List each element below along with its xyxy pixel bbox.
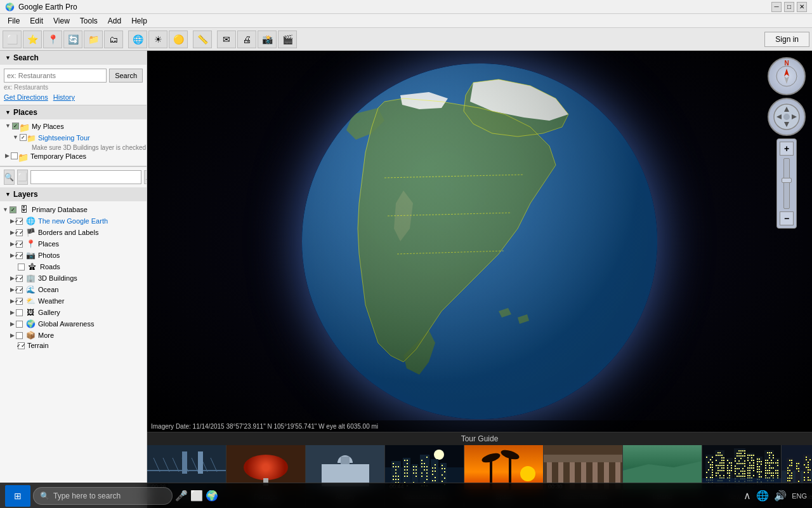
places-layer-check[interactable]: ✓ xyxy=(16,241,23,248)
toolbar-email[interactable]: ✉ xyxy=(217,30,236,48)
global-awareness-check[interactable] xyxy=(16,321,23,328)
toolbar-sidebar-toggle[interactable]: ⬜ xyxy=(3,30,22,48)
borders-check[interactable]: ✓ xyxy=(16,229,23,236)
taskbar-search-text: Type here to search xyxy=(53,491,121,500)
taskbar-microphone-icon[interactable]: 🎤 xyxy=(175,490,188,502)
search-tool-btn[interactable]: 🔍 xyxy=(4,170,15,185)
taskbar-task-view-icon[interactable]: ⬜ xyxy=(190,490,203,502)
globe[interactable] xyxy=(302,64,657,419)
more-row[interactable]: ▶ 📦 More xyxy=(0,330,147,341)
temporary-places-row[interactable]: ▶ 📁 Temporary Places xyxy=(0,152,147,163)
photos-row[interactable]: ▶ ✓ 📷 Photos xyxy=(0,250,147,261)
buildings-label: 3D Buildings xyxy=(38,274,77,282)
search-button[interactable]: Search xyxy=(109,69,143,83)
ocean-row[interactable]: ▶ ✓ 🌊 Ocean xyxy=(0,284,147,295)
roads-row[interactable]: 🛣 Roads xyxy=(0,261,147,272)
toolbar-earth[interactable]: 🌐 xyxy=(128,30,147,48)
get-directions-link[interactable]: Get Directions xyxy=(4,93,48,101)
buildings-row[interactable]: ▶ ✓ 🏢 3D Buildings xyxy=(0,272,147,284)
ocean-check[interactable]: ✓ xyxy=(16,286,23,293)
taskbar-network-icon[interactable]: 🌐 xyxy=(756,490,769,502)
search-input-row: Search xyxy=(4,69,143,83)
terrain-row[interactable]: ✓ Terrain xyxy=(0,341,147,350)
taskbar-search[interactable]: 🔍 Type here to search xyxy=(33,487,173,505)
roads-check[interactable] xyxy=(18,264,25,271)
toolbar-placemark[interactable]: ⭐ xyxy=(23,30,42,48)
sightseeing-checkbox[interactable]: ✓ xyxy=(20,134,27,141)
pan-svg xyxy=(773,103,801,131)
history-link[interactable]: History xyxy=(53,93,75,101)
search-section: ▼ Search Search ex: Restaurants Get Dire… xyxy=(0,51,147,105)
toolbar-screenshot[interactable]: 📸 xyxy=(258,30,277,48)
weather-row[interactable]: ▶ ✓ ⛅ Weather xyxy=(0,295,147,307)
borders-row[interactable]: ▶ ✓ 🏴 Borders and Labels xyxy=(0,227,147,238)
new-earth-row[interactable]: ▶ ✓ 🌐 The new Google Earth xyxy=(0,215,147,227)
search-header[interactable]: ▼ Search xyxy=(0,51,147,65)
search-box-small[interactable] xyxy=(30,170,141,184)
primary-db-check[interactable]: ✓ xyxy=(10,206,16,213)
globe-container[interactable] xyxy=(147,51,812,432)
zoom-slider-thumb[interactable] xyxy=(782,178,792,183)
toolbar-path[interactable]: 🔄 xyxy=(63,30,82,48)
taskbar-earth-icon[interactable]: 🌍 xyxy=(206,490,218,502)
maximize-button[interactable]: □ xyxy=(784,2,794,12)
taskbar-chevron-icon[interactable]: ∧ xyxy=(743,490,751,502)
ocean-label: Ocean xyxy=(38,286,58,293)
pan-control[interactable] xyxy=(768,98,806,136)
zoom-in-button[interactable]: + xyxy=(780,142,794,156)
places-layer-row[interactable]: ▶ ✓ 📍 Places xyxy=(0,238,147,250)
new-earth-label[interactable]: The new Google Earth xyxy=(38,217,108,225)
search-chevron: ▼ xyxy=(5,55,11,61)
taskbar-volume-icon[interactable]: 🔊 xyxy=(774,490,787,502)
title-bar-left: 🌍 Google Earth Pro xyxy=(5,3,77,11)
menu-help[interactable]: Help xyxy=(126,15,152,27)
zoom-slider-track[interactable] xyxy=(783,158,790,209)
photos-check[interactable]: ✓ xyxy=(16,252,23,259)
toolbar-folder[interactable]: 📁 xyxy=(84,30,103,48)
menu-add[interactable]: Add xyxy=(103,15,126,27)
toolbar-polygon[interactable]: 📍 xyxy=(43,30,62,48)
menu-file[interactable]: File xyxy=(3,15,25,27)
menu-edit[interactable]: Edit xyxy=(25,15,48,27)
tour-guide-title: Tour Guide xyxy=(147,432,812,445)
layers-tool-btn[interactable]: ⬜ xyxy=(17,170,28,185)
layers-header[interactable]: ▼ Layers xyxy=(0,187,147,201)
new-earth-check[interactable]: ✓ xyxy=(16,218,23,225)
my-places-checkbox[interactable]: ✓ xyxy=(12,123,19,130)
global-awareness-row[interactable]: ▶ 🌍 Global Awareness xyxy=(0,318,147,330)
toolbar-tour[interactable]: 🟡 xyxy=(169,30,188,48)
toolbar-ruler[interactable]: 📏 xyxy=(193,30,212,48)
map-area[interactable]: N + xyxy=(147,51,812,508)
svg-marker-4 xyxy=(784,76,789,84)
more-check[interactable] xyxy=(16,332,23,339)
minimize-button[interactable]: ─ xyxy=(771,2,782,12)
buildings-check[interactable]: ✓ xyxy=(16,275,23,282)
toolbar-sky[interactable]: ☀ xyxy=(148,30,167,48)
places-header[interactable]: ▼ Places xyxy=(0,105,147,119)
zoom-control: + − xyxy=(776,138,797,229)
my-places-label: My Places xyxy=(32,123,64,130)
more-label: More xyxy=(38,331,54,339)
menu-view[interactable]: View xyxy=(48,15,75,27)
primary-db-label: Primary Database xyxy=(32,206,88,213)
compass[interactable]: N xyxy=(768,57,806,95)
toolbar-movie[interactable]: 🎬 xyxy=(278,30,297,48)
terrain-check[interactable]: ✓ xyxy=(18,342,25,349)
close-button[interactable]: ✕ xyxy=(797,2,807,12)
toolbar-overlay[interactable]: 🗂 xyxy=(104,30,123,48)
temporary-checkbox[interactable] xyxy=(11,152,18,159)
weather-check[interactable]: ✓ xyxy=(16,298,23,305)
primary-db-row[interactable]: ▼ ✓ 🗄 Primary Database xyxy=(0,204,147,215)
sightseeing-label[interactable]: Sightseeing Tour xyxy=(38,134,90,142)
compass-n-label: N xyxy=(784,60,789,67)
sightseeing-row[interactable]: ▼ ✓ 📁 Sightseeing Tour xyxy=(0,133,147,144)
gallery-check[interactable] xyxy=(16,309,23,316)
zoom-out-button[interactable]: − xyxy=(780,211,794,225)
toolbar-print[interactable]: 🖨 xyxy=(237,30,256,48)
gallery-row[interactable]: ▶ 🖼 Gallery xyxy=(0,307,147,318)
search-input[interactable] xyxy=(4,69,107,83)
menu-tools[interactable]: Tools xyxy=(75,15,103,27)
my-places-row[interactable]: ▼ ✓ 📁 My Places xyxy=(0,122,147,133)
start-button[interactable]: ⊞ xyxy=(5,485,30,507)
sign-in-button[interactable]: Sign in xyxy=(764,32,809,47)
